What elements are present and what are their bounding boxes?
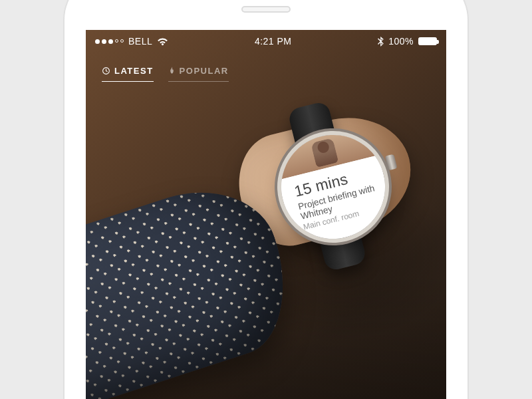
phone-speaker <box>241 6 291 13</box>
hero-image: 15 mins Project briefing with Whitney Ma… <box>86 30 446 399</box>
tab-popular-label: POPULAR <box>180 66 229 76</box>
watch-contact-avatar <box>311 138 338 168</box>
carrier-label: BELL <box>128 36 152 47</box>
tab-popular[interactable]: POPULAR <box>168 66 229 82</box>
screen: 15 mins Project briefing with Whitney Ma… <box>86 30 446 399</box>
battery-icon <box>418 37 437 45</box>
tab-latest[interactable]: LATEST <box>102 66 154 82</box>
phone-frame: 15 mins Project briefing with Whitney Ma… <box>65 0 467 399</box>
signal-dots-icon <box>95 39 124 44</box>
wifi-icon <box>157 37 168 46</box>
feed-tabs: LATEST POPULAR <box>102 66 229 82</box>
bluetooth-icon <box>378 37 384 47</box>
tab-latest-label: LATEST <box>114 66 154 76</box>
battery-percent-label: 100% <box>388 36 414 47</box>
flame-icon <box>168 66 176 76</box>
clock-label: 4:21 PM <box>255 36 292 47</box>
clock-icon <box>102 66 110 75</box>
status-bar: BELL 4:21 PM 100% <box>86 30 446 53</box>
